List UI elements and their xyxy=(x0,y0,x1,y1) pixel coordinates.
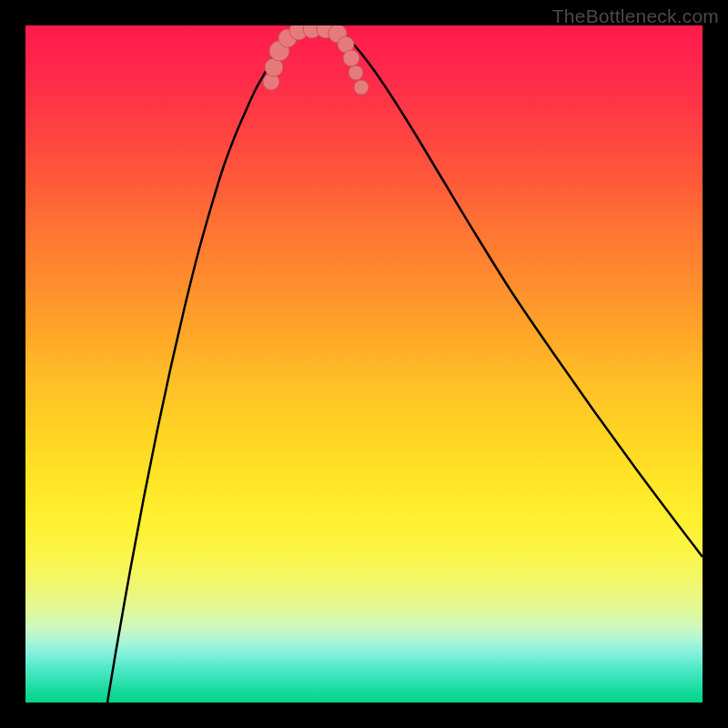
watermark-text: TheBottleneck.com xyxy=(552,5,719,27)
chart-frame: TheBottleneck.com xyxy=(0,0,728,728)
plot-gradient-background xyxy=(25,25,703,703)
